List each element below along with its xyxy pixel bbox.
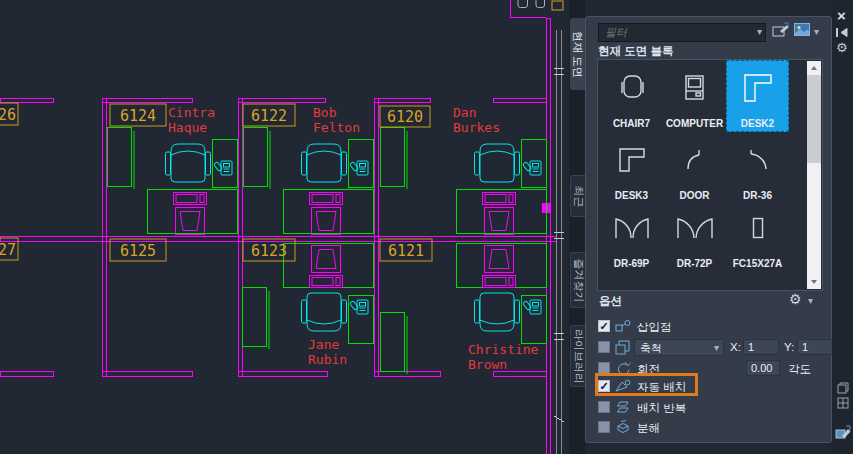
- auto-place-icon: [615, 379, 633, 393]
- occupant-first-name: Christine: [468, 342, 539, 357]
- block-label: DR-36: [720, 190, 795, 201]
- computer-block-icon: [663, 67, 726, 109]
- option-row-explode: 분해: [598, 420, 826, 437]
- chevron-down-icon: ▾: [714, 342, 719, 353]
- insertion-point-icon: [615, 319, 632, 333]
- chair-block-icon: [600, 67, 663, 109]
- x-label: X:: [730, 341, 741, 353]
- close-icon[interactable]: ×: [837, 7, 846, 24]
- block-grid: CHAIR7 COMPUTER DESK2 DESK3: [597, 59, 823, 291]
- block-item-desk2[interactable]: DESK2: [726, 60, 789, 132]
- repeat-label: 배치 반복: [637, 401, 686, 416]
- double-door-block-icon: [600, 207, 663, 249]
- block-item-dr69p[interactable]: DR-69P: [600, 201, 663, 271]
- tab-libraries[interactable]: 라이브러리: [570, 325, 585, 387]
- cabinet-block-icon: [726, 207, 789, 249]
- room-number: 26: [0, 106, 16, 124]
- chevron-down-icon: [811, 280, 817, 284]
- gear-icon[interactable]: ⚙: [789, 291, 802, 307]
- tab-recent[interactable]: 최근: [570, 175, 585, 217]
- view-options-caret-icon[interactable]: ▾: [814, 26, 819, 37]
- insert-block-icon[interactable]: [834, 424, 852, 442]
- auto-place-checkbox[interactable]: ✓: [598, 380, 610, 392]
- block-item-fc15x27a[interactable]: FC15X27A: [726, 201, 789, 271]
- blocks-palette: ▾ ▾ 현재 도면 블록 CHAIR7: [585, 16, 832, 443]
- walls: [0, 0, 556, 454]
- explode-icon: [615, 420, 632, 435]
- room-number: 6125: [120, 242, 156, 260]
- options-title: 옵션: [599, 294, 622, 309]
- scale-dropdown[interactable]: 축척 ▾: [634, 339, 724, 356]
- block-item-dr72p[interactable]: DR-72P: [663, 201, 726, 271]
- block-item-computer[interactable]: COMPUTER: [663, 61, 726, 131]
- insertion-checkbox[interactable]: ✓: [598, 320, 610, 332]
- room-number: 6124: [120, 107, 156, 125]
- y-label: Y:: [784, 341, 794, 353]
- properties-gear-icon[interactable]: ⚙: [836, 40, 848, 55]
- room-number: 27: [0, 241, 16, 259]
- x-scale-input[interactable]: [743, 339, 779, 355]
- door-block-icon: [663, 139, 726, 181]
- block-item-door[interactable]: DOOR: [663, 133, 726, 203]
- tab-label: 최근: [571, 185, 586, 207]
- auto-hide-icon[interactable]: [836, 27, 849, 38]
- palette-title-strip: × ⚙: [832, 0, 853, 454]
- occupant-last-name: Burkes: [453, 120, 500, 135]
- corridor-wall: [554, 30, 564, 454]
- occupant-first-name: Jane: [308, 337, 339, 352]
- room-number: 6123: [251, 242, 287, 260]
- block-label: DESK2: [721, 118, 794, 129]
- angle-input[interactable]: [746, 360, 780, 376]
- block-grid-scrollbar[interactable]: [807, 61, 821, 289]
- chevron-down-icon[interactable]: ▾: [757, 26, 762, 37]
- scale-checkbox[interactable]: [598, 341, 610, 353]
- room-number: 6121: [388, 242, 424, 260]
- option-row-repeat: 배치 반복: [598, 400, 826, 417]
- desk-block-icon: [727, 67, 788, 109]
- filter-input[interactable]: [599, 24, 753, 39]
- section-title: 현재 도면 블록: [598, 44, 673, 59]
- door-block-icon: [726, 139, 789, 181]
- occupant-last-name: Rubin: [308, 352, 347, 367]
- block-label: FC15X27A: [720, 258, 795, 269]
- explode-label: 분해: [637, 421, 660, 436]
- option-row-insertion: ✓ 삽입점: [598, 319, 826, 336]
- options-caret-icon[interactable]: ▾: [808, 295, 813, 306]
- scroll-up-button[interactable]: [807, 61, 821, 75]
- scrollbar-thumb[interactable]: [807, 75, 821, 163]
- tab-favorites[interactable]: 즐겨찾기: [570, 252, 585, 308]
- occupant-first-name: Dan: [453, 105, 476, 120]
- block-tool-icon[interactable]: [836, 381, 850, 395]
- tab-label: 라이브러리: [571, 329, 586, 384]
- palette-tab-strip: 현재 도면 최근 즐겨찾기 라이브러리: [569, 0, 585, 454]
- block-item-chair7[interactable]: CHAIR7: [600, 61, 663, 131]
- tab-label: 즐겨찾기: [571, 258, 586, 302]
- create-block-icon[interactable]: [772, 22, 791, 39]
- filter-combobox[interactable]: ▾: [598, 23, 766, 42]
- scroll-down-button[interactable]: [807, 275, 821, 289]
- repeat-checkbox[interactable]: [598, 401, 610, 413]
- block-item-desk3[interactable]: DESK3: [600, 133, 663, 203]
- image-preview-icon[interactable]: [794, 22, 810, 37]
- tab-current-drawing[interactable]: 현재 도면: [570, 18, 585, 90]
- desk-block-icon: [600, 139, 663, 181]
- occupant-first-name: Cintra: [168, 105, 215, 120]
- repeat-placement-icon: [615, 400, 632, 414]
- room-number: 6120: [387, 108, 423, 126]
- room-number-tags: [0, 103, 432, 261]
- occupant-last-name: Brown: [468, 357, 507, 372]
- option-row-auto-place: ✓ 자동 배치: [598, 379, 826, 396]
- drawing-canvas[interactable]: 26 27 6124 6122 6120 6125 6123 6121 Cint…: [0, 0, 570, 454]
- explode-checkbox[interactable]: [598, 421, 610, 433]
- auto-place-label: 자동 배치: [637, 380, 686, 395]
- top-fixtures: [518, 0, 563, 10]
- cubicle-furniture-top-row: [108, 128, 547, 235]
- block-item-dr36[interactable]: DR-36: [726, 133, 789, 203]
- option-row-scale: 축척 ▾ X: Y:: [598, 340, 826, 357]
- room-number: 6122: [251, 107, 287, 125]
- palette-tool-icon[interactable]: [836, 396, 850, 410]
- scale-icon: [615, 340, 631, 355]
- tab-label: 현재 도면: [571, 30, 586, 77]
- occupant-first-name: Bob: [313, 105, 337, 120]
- y-scale-input[interactable]: [797, 339, 833, 355]
